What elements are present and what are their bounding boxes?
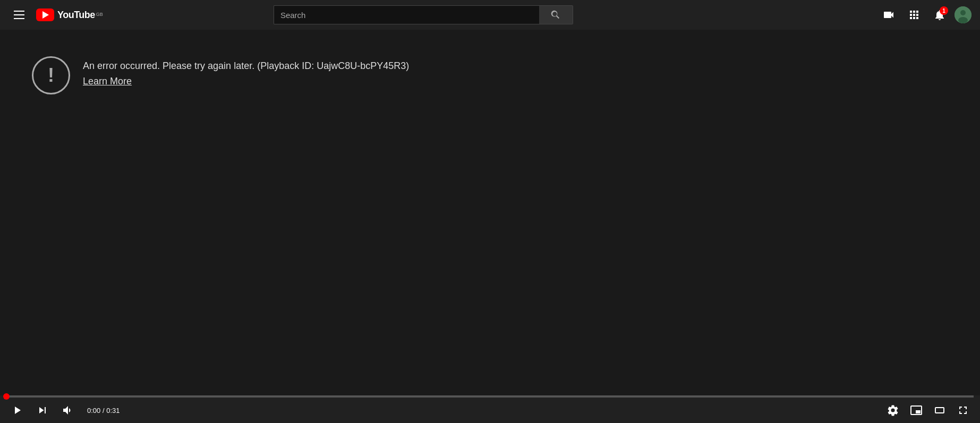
theater-icon bbox=[933, 404, 946, 417]
exclamation-mark: ! bbox=[48, 66, 54, 85]
skip-next-icon bbox=[36, 404, 49, 417]
notifications-button[interactable]: 1 bbox=[929, 4, 950, 25]
menu-button[interactable] bbox=[8, 4, 30, 25]
avatar-image bbox=[955, 6, 972, 23]
youtube-wordmark: YouTube bbox=[57, 10, 95, 21]
fullscreen-icon bbox=[957, 404, 969, 417]
user-avatar[interactable] bbox=[955, 6, 972, 23]
theater-button[interactable] bbox=[929, 400, 950, 421]
youtube-logo[interactable]: YouTube GB bbox=[36, 8, 103, 21]
time-separator: / bbox=[100, 407, 106, 415]
notification-count: 1 bbox=[940, 6, 948, 15]
create-button[interactable] bbox=[878, 4, 899, 25]
youtube-country: GB bbox=[96, 12, 103, 17]
search-area bbox=[237, 5, 609, 24]
video-content: ! An error occurred. Please try again la… bbox=[0, 30, 980, 395]
progress-bar[interactable] bbox=[6, 395, 974, 398]
topbar: YouTube GB 1 bbox=[0, 0, 980, 30]
video-camera-icon bbox=[882, 8, 895, 21]
error-text: An error occurred. Please try again late… bbox=[83, 56, 409, 87]
time-display: 0:00 / 0:31 bbox=[83, 407, 124, 415]
video-controls-bar: 0:00 / 0:31 bbox=[0, 395, 980, 423]
hamburger-icon bbox=[14, 11, 24, 19]
error-container: ! An error occurred. Please try again la… bbox=[32, 56, 409, 94]
youtube-logo-icon bbox=[36, 8, 54, 21]
search-input[interactable] bbox=[274, 5, 539, 24]
miniplayer-icon bbox=[910, 404, 923, 417]
error-icon: ! bbox=[32, 56, 70, 94]
controls-bottom: 0:00 / 0:31 bbox=[6, 398, 974, 423]
search-icon bbox=[550, 10, 561, 20]
video-player-area: ! An error occurred. Please try again la… bbox=[0, 30, 980, 423]
svg-point-2 bbox=[958, 17, 968, 23]
fullscreen-button[interactable] bbox=[952, 400, 974, 421]
right-video-controls bbox=[882, 400, 974, 421]
learn-more-link[interactable]: Learn More bbox=[83, 76, 409, 87]
play-icon bbox=[11, 404, 23, 417]
search-button[interactable] bbox=[539, 5, 573, 24]
volume-button[interactable] bbox=[57, 400, 79, 421]
volume-icon bbox=[62, 404, 74, 417]
apps-button[interactable] bbox=[904, 4, 925, 25]
settings-button[interactable] bbox=[882, 400, 904, 421]
svg-point-1 bbox=[960, 10, 966, 15]
topbar-right-controls: 1 bbox=[878, 4, 972, 25]
miniplayer-button[interactable] bbox=[906, 400, 927, 421]
play-triangle-icon bbox=[42, 11, 49, 19]
progress-indicator bbox=[3, 393, 10, 400]
skip-next-button[interactable] bbox=[32, 400, 53, 421]
time-total: 0:31 bbox=[106, 407, 120, 415]
apps-icon bbox=[908, 8, 921, 21]
play-button[interactable] bbox=[6, 400, 28, 421]
settings-icon bbox=[887, 404, 899, 417]
time-current: 0:00 bbox=[87, 407, 100, 415]
error-message: An error occurred. Please try again late… bbox=[83, 61, 409, 72]
